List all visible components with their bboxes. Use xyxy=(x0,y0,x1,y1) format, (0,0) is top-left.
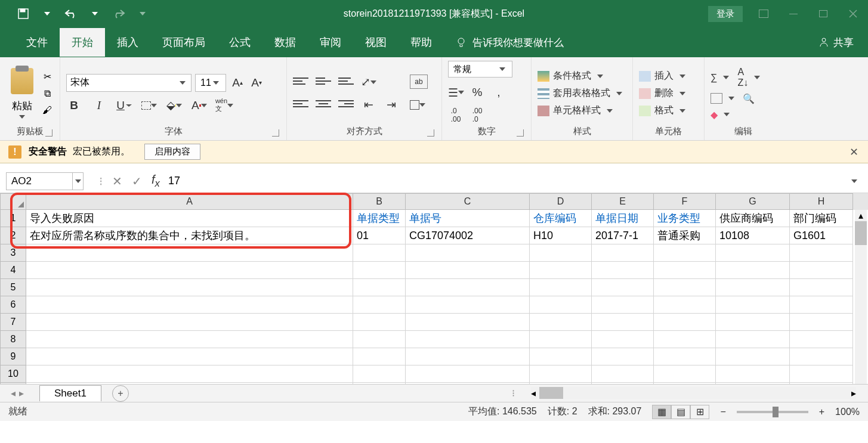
cell[interactable] xyxy=(26,365,353,383)
copy-icon[interactable]: ⧉ xyxy=(41,88,54,100)
align-center[interactable] xyxy=(316,97,331,110)
cell[interactable]: 仓库编码 xyxy=(530,210,592,227)
clipboard-launcher[interactable] xyxy=(45,129,52,137)
align-launcher[interactable] xyxy=(427,129,434,137)
cell[interactable] xyxy=(654,365,716,383)
cell[interactable] xyxy=(353,296,406,314)
cell[interactable] xyxy=(353,348,406,365)
delete-cells[interactable]: 删除 xyxy=(639,87,685,100)
fill-color-button[interactable]: ⬙ xyxy=(166,98,182,113)
column-header[interactable]: H xyxy=(790,193,853,210)
cell[interactable] xyxy=(592,279,654,296)
cell[interactable] xyxy=(790,348,853,365)
italic-button[interactable]: I xyxy=(91,98,107,113)
cell[interactable] xyxy=(654,314,716,331)
format-cells[interactable]: 格式 xyxy=(639,104,685,117)
align-right[interactable] xyxy=(338,97,354,110)
cell[interactable] xyxy=(530,296,592,314)
row-header[interactable]: 3 xyxy=(0,244,26,262)
number-format-combo[interactable]: 常规 xyxy=(448,61,512,78)
cell[interactable] xyxy=(406,279,530,296)
cell[interactable]: H10 xyxy=(530,227,592,244)
zoom-out[interactable]: − xyxy=(720,407,725,417)
cell[interactable]: 单据日期 xyxy=(592,210,654,227)
tab-插入[interactable]: 插入 xyxy=(105,28,150,57)
cell[interactable] xyxy=(716,365,790,383)
cell[interactable] xyxy=(654,296,716,314)
cell[interactable]: G1601 xyxy=(790,227,853,244)
minimize-button[interactable] xyxy=(784,5,802,23)
border-button[interactable] xyxy=(141,98,157,113)
cell[interactable] xyxy=(406,244,530,262)
cell[interactable]: 部门编码 xyxy=(790,210,853,227)
ribbon-display-options[interactable] xyxy=(755,5,773,23)
sheet-tab[interactable]: Sheet1 xyxy=(39,385,101,401)
maximize-button[interactable] xyxy=(814,5,832,23)
conditional-formatting[interactable]: 条件格式 xyxy=(538,70,622,82)
cell[interactable] xyxy=(353,244,406,262)
column-header[interactable]: B xyxy=(353,193,406,210)
name-box-dropdown[interactable] xyxy=(73,172,84,190)
comma-format[interactable]: , xyxy=(491,85,506,100)
cell[interactable] xyxy=(716,262,790,279)
cell[interactable] xyxy=(530,279,592,296)
column-header[interactable]: A xyxy=(26,193,353,210)
cell[interactable] xyxy=(592,244,654,262)
worksheet-grid[interactable]: ABCDEFGH 1导入失败原因单据类型单据号仓库编码单据日期业务类型供应商编码… xyxy=(0,193,868,384)
cell[interactable] xyxy=(406,331,530,348)
font-name-combo[interactable]: 宋体 xyxy=(66,74,191,92)
save-icon[interactable] xyxy=(17,7,30,20)
cell[interactable]: CG17074002 xyxy=(406,227,530,244)
row-header[interactable]: 10 xyxy=(0,365,26,383)
insert-cells[interactable]: 插入 xyxy=(639,70,685,82)
close-button[interactable] xyxy=(844,5,862,23)
column-header[interactable]: C xyxy=(406,193,530,210)
tell-me[interactable]: 告诉我你想要做什么 xyxy=(456,36,564,49)
cell[interactable] xyxy=(716,279,790,296)
name-box[interactable]: AO2 xyxy=(6,172,73,190)
percent-format[interactable]: % xyxy=(469,85,485,100)
cell[interactable] xyxy=(716,314,790,331)
increase-decimal[interactable]: .0.00 xyxy=(448,107,464,123)
undo-icon[interactable] xyxy=(64,7,78,20)
login-button[interactable]: 登录 xyxy=(708,6,743,22)
cell[interactable] xyxy=(716,348,790,365)
cell[interactable] xyxy=(716,296,790,314)
tab-页面布局[interactable]: 页面布局 xyxy=(150,28,217,57)
cell[interactable] xyxy=(26,314,353,331)
increase-indent[interactable]: ⇥ xyxy=(384,97,399,113)
cell[interactable]: 供应商编码 xyxy=(716,210,790,227)
cell[interactable] xyxy=(530,331,592,348)
cell[interactable]: 01 xyxy=(353,227,406,244)
cell[interactable] xyxy=(790,314,853,331)
cell[interactable] xyxy=(406,348,530,365)
cell[interactable] xyxy=(654,331,716,348)
autosum[interactable]: ∑AZ↓ xyxy=(711,67,760,88)
qat-dropdown[interactable] xyxy=(41,7,54,20)
number-launcher[interactable] xyxy=(517,129,524,137)
column-header[interactable]: E xyxy=(592,193,654,210)
cell[interactable] xyxy=(353,279,406,296)
cell[interactable] xyxy=(26,262,353,279)
cell[interactable] xyxy=(790,279,853,296)
cell[interactable] xyxy=(790,296,853,314)
formula-input[interactable]: 17 xyxy=(160,175,851,187)
cell[interactable] xyxy=(530,262,592,279)
column-header[interactable]: F xyxy=(654,193,716,210)
cell[interactable] xyxy=(26,348,353,365)
cell[interactable] xyxy=(654,262,716,279)
cell[interactable]: 导入失败原因 xyxy=(26,210,353,227)
cell[interactable] xyxy=(654,244,716,262)
cancel-formula-icon[interactable]: ✕ xyxy=(112,174,122,188)
horizontal-scrollbar[interactable]: ◂▸ xyxy=(531,387,856,399)
cell[interactable] xyxy=(654,348,716,365)
cell[interactable] xyxy=(716,331,790,348)
cell[interactable] xyxy=(530,244,592,262)
expand-formula-bar[interactable] xyxy=(851,179,862,183)
column-header[interactable]: G xyxy=(716,193,790,210)
row-header[interactable]: 6 xyxy=(0,296,26,314)
format-as-table[interactable]: 套用表格格式 xyxy=(538,87,622,100)
cell[interactable] xyxy=(26,279,353,296)
cell[interactable] xyxy=(530,348,592,365)
cell[interactable]: 业务类型 xyxy=(654,210,716,227)
